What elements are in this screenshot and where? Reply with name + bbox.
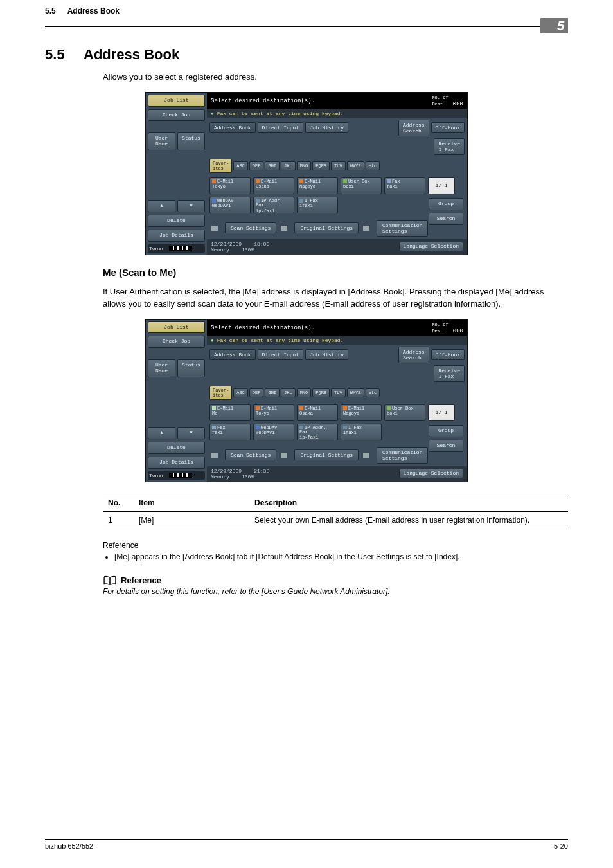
scroll-down-button[interactable] xyxy=(177,200,205,212)
filter-favorites[interactable]: Favor- ites xyxy=(209,386,232,400)
tab-job-history[interactable]: Job History xyxy=(305,349,348,360)
wdav-icon xyxy=(212,199,216,203)
language-selection-button[interactable]: Language Selection xyxy=(399,469,463,478)
job-list-button[interactable]: Job List xyxy=(148,95,205,107)
fax-hint: ● xyxy=(211,338,214,343)
tab-off-hook[interactable]: Off-Hook xyxy=(431,122,465,133)
filter-ghi[interactable]: GHI xyxy=(265,388,280,397)
tab-original-settings[interactable]: Original Settings xyxy=(294,222,359,233)
address-type: IP Addr. Fax xyxy=(256,198,283,208)
box-icon xyxy=(387,406,391,410)
th-item: Item xyxy=(134,494,249,511)
search-button[interactable]: Search xyxy=(429,440,463,452)
address-label: ip-fax1 xyxy=(299,435,335,440)
scroll-up-button[interactable] xyxy=(148,427,175,439)
tab-address-book[interactable]: Address Book xyxy=(209,122,256,133)
tab-address-book[interactable]: Address Book xyxy=(209,349,256,360)
filter-wxyz[interactable]: WXYZ xyxy=(347,161,364,170)
filter-tuv[interactable]: TUV xyxy=(331,388,346,397)
group-button[interactable]: Group xyxy=(429,198,463,210)
scroll-down-button[interactable] xyxy=(177,427,205,439)
filter-def[interactable]: DEF xyxy=(249,161,264,170)
address-entry[interactable]: E-MailTokyo xyxy=(253,404,294,421)
user-name-button[interactable]: User Name xyxy=(148,132,175,150)
filter-jkl[interactable]: JKL xyxy=(281,388,296,397)
language-selection-button[interactable]: Language Selection xyxy=(399,242,463,251)
me-section-title: Me (Scan to Me) xyxy=(103,267,568,278)
tab-address-search[interactable]: Address Search xyxy=(398,120,429,136)
job-details-button[interactable]: Job Details xyxy=(148,457,205,469)
tab-original-settings[interactable]: Original Settings xyxy=(294,449,359,460)
job-list-button[interactable]: Job List xyxy=(148,321,205,334)
tab-scan-settings[interactable]: Scan Settings xyxy=(225,449,276,460)
search-button[interactable]: Search xyxy=(429,213,463,225)
address-entry[interactable]: I-Faxifax1 xyxy=(297,197,338,213)
chapter-chip: 5 xyxy=(540,18,568,33)
filter-tuv[interactable]: TUV xyxy=(331,161,346,170)
user-name-button[interactable]: User Name xyxy=(148,359,175,377)
filter-pqrs[interactable]: PQRS xyxy=(312,161,330,170)
address-type: WebDAV xyxy=(217,198,233,203)
address-entry[interactable]: Faxfax1 xyxy=(384,177,425,194)
address-type: E-Mail xyxy=(261,179,277,184)
address-entry[interactable]: E-MailTokyo xyxy=(209,177,251,194)
address-entry[interactable]: WebDAVWebDAV1 xyxy=(209,197,251,213)
address-label: Me xyxy=(212,411,248,416)
original-settings-icon xyxy=(280,452,288,458)
tab-direct-input[interactable]: Direct Input xyxy=(258,122,304,133)
filter-jkl[interactable]: JKL xyxy=(281,161,296,170)
filter-pqrs[interactable]: PQRS xyxy=(312,388,330,397)
filter-def[interactable]: DEF xyxy=(249,388,264,397)
filter-etc[interactable]: etc xyxy=(366,161,380,170)
tab-off-hook[interactable]: Off-Hook xyxy=(431,349,465,360)
receive-ifax-button[interactable]: Receive I-Fax xyxy=(434,365,465,382)
tab-comm-settings[interactable]: Communication Settings xyxy=(377,220,428,237)
arrow-down-icon xyxy=(190,429,192,435)
address-entry[interactable]: WebDAVWebDAV1 xyxy=(253,424,294,440)
dest-count-value: 000 xyxy=(453,328,463,334)
address-entry[interactable]: User Boxbox1 xyxy=(384,404,425,421)
address-entry[interactable]: E-MailNagoya xyxy=(341,404,382,421)
delete-button[interactable]: Delete xyxy=(148,442,205,454)
tab-job-history[interactable]: Job History xyxy=(305,122,348,133)
book-icon xyxy=(103,575,117,586)
filter-mno[interactable]: MNO xyxy=(297,388,312,397)
filter-favorites[interactable]: Favor- ites xyxy=(209,159,232,173)
arrow-up-icon xyxy=(160,429,163,435)
filter-abc[interactable]: ABC xyxy=(233,388,248,397)
tab-direct-input[interactable]: Direct Input xyxy=(258,349,304,360)
tab-comm-settings[interactable]: Communication Settings xyxy=(377,447,428,464)
address-entry[interactable]: Faxfax1 xyxy=(209,424,251,440)
filter-mno[interactable]: MNO xyxy=(297,161,312,170)
toner-label: Toner xyxy=(149,473,164,478)
tab-address-search[interactable]: Address Search xyxy=(398,347,429,363)
address-entry[interactable]: IP Addr. Faxip-fax1 xyxy=(297,424,338,440)
status-button[interactable]: Status xyxy=(177,132,205,150)
address-entry[interactable]: E-MailNagoya xyxy=(297,177,338,194)
delete-button[interactable]: Delete xyxy=(148,215,205,227)
job-details-button[interactable]: Job Details xyxy=(148,230,205,242)
filter-ghi[interactable]: GHI xyxy=(265,161,280,170)
receive-ifax-button[interactable]: Receive I-Fax xyxy=(434,138,465,155)
address-entry[interactable]: E-MailOsaka xyxy=(297,404,338,421)
address-entry[interactable]: E-MailOsaka xyxy=(253,177,294,194)
status-button[interactable]: Status xyxy=(177,359,205,377)
scroll-up-button[interactable] xyxy=(148,200,175,212)
toner-gauge-icon xyxy=(169,473,192,478)
group-button[interactable]: Group xyxy=(429,425,463,437)
pager: 1/ 1 xyxy=(428,177,455,194)
filter-abc[interactable]: ABC xyxy=(233,161,248,170)
filter-etc[interactable]: etc xyxy=(366,388,380,397)
address-entry[interactable]: I-Faxifax1 xyxy=(341,424,382,440)
dest-count-label: No. of Dest. xyxy=(432,95,448,107)
screenshot-2: Job List Check Job User Name Status Dele… xyxy=(145,319,468,482)
tab-scan-settings[interactable]: Scan Settings xyxy=(225,222,276,233)
address-entry[interactable]: User Boxbox1 xyxy=(341,177,382,194)
filter-wxyz[interactable]: WXYZ xyxy=(347,388,364,397)
ip-icon xyxy=(256,199,260,203)
me-section-body: If User Authentication is selected, the … xyxy=(103,286,568,311)
address-entry[interactable]: IP Addr. Faxip-fax1 xyxy=(253,197,294,213)
check-job-button[interactable]: Check Job xyxy=(148,336,205,348)
address-entry[interactable]: E-MailMe xyxy=(209,404,251,421)
check-job-button[interactable]: Check Job xyxy=(148,109,205,122)
